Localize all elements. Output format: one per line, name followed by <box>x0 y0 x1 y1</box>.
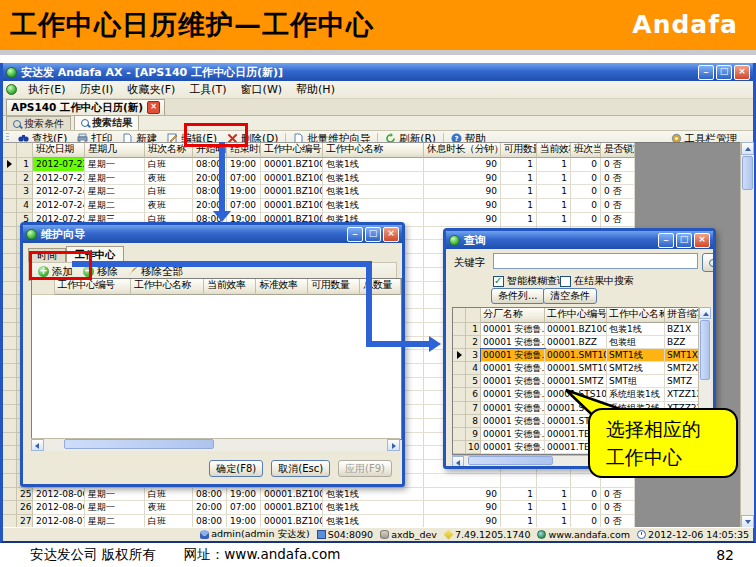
query-maximize-button[interactable] <box>676 233 692 248</box>
cancel-button[interactable]: 取消(Esc) <box>271 460 330 477</box>
query-row[interactable]: 300001 安德鲁...00001.SMT1001SMT1线SMT1X <box>453 349 699 362</box>
row-selected-icon <box>7 160 12 168</box>
maximize-button[interactable] <box>716 65 732 80</box>
banner-separator <box>0 50 756 55</box>
cell-wc_name: 包装1线 <box>323 501 424 515</box>
grid-header-row: 班次日期星期几班次名称开始时间结束时间工作中心编号工作中心名称休息时长（分钟）可… <box>3 143 635 158</box>
wizard-column-header[interactable]: 工作中心名称 <box>131 279 204 295</box>
condition-columns-button[interactable]: 条件列... <box>491 288 545 304</box>
wizard-column-header[interactable]: 可用数量 <box>308 279 360 295</box>
query-row[interactable]: 100001 安德鲁...00001.BZ1001包装1线BZ1X <box>453 323 699 336</box>
row-number-cell: 3 <box>466 349 481 362</box>
checkbox-checked-icon[interactable] <box>493 276 504 287</box>
cell-pinyin: SMT1X <box>665 349 699 362</box>
menu-item-0[interactable]: 执行(E) <box>21 81 73 98</box>
menu-item-4[interactable]: 窗口(W) <box>234 81 289 98</box>
search-button[interactable]: 搜索 <box>702 253 716 272</box>
scroll-right-icon[interactable] <box>387 439 400 451</box>
query-column-header[interactable]: 拼音缩写 <box>665 308 699 323</box>
menu-item-2[interactable]: 收藏夹(F) <box>120 81 182 98</box>
callout-line2: 工作中心 <box>606 443 736 471</box>
table-row[interactable]: 42012-07-24星期二夜班20:0007:0000001.BZ1001包装… <box>3 199 635 213</box>
query-row[interactable]: 200001 安德鲁...00001.BZZ包装组BZZ <box>453 336 699 349</box>
keyword-input[interactable] <box>493 253 698 269</box>
scroll-left-icon[interactable] <box>31 439 44 451</box>
scroll-left-icon[interactable] <box>452 456 464 467</box>
column-header[interactable]: 工作中心编号 <box>261 143 323 158</box>
row-number-cell: 3 <box>17 185 33 199</box>
menu-bar: 执行(E)历史(I)收藏夹(F)工具(T)窗口(W)帮助(H) <box>3 81 753 99</box>
table-row[interactable]: 32012-07-24星期二白班08:0019:0000001.BZ1001包装… <box>3 185 635 199</box>
query-column-header[interactable]: 工作中心编号 <box>545 308 607 323</box>
scrollbar-thumb[interactable] <box>468 456 553 465</box>
window-titlebar[interactable]: 安达发 Andafa AX - [APS140 工作中心日历(新)] <box>3 63 753 81</box>
column-header[interactable]: 可用数量 <box>501 143 537 158</box>
wizard-horizontal-scrollbar[interactable] <box>31 438 400 451</box>
wizard-button-row: 确定(F8) 取消(Esc) 应用(F9) <box>209 460 392 477</box>
cell-eff: 1 <box>537 185 571 199</box>
tab-aps140[interactable]: APS140 工作中心日历(新) <box>6 99 165 115</box>
minimize-button[interactable] <box>698 65 714 80</box>
callout: 选择相应的 工作中心 <box>588 408 738 478</box>
scrollbar-thumb[interactable] <box>742 156 753 190</box>
table-row[interactable]: 12012-07-23星期一白班08:0019:0000001.BZ1001包装… <box>3 158 635 172</box>
menu-item-3[interactable]: 工具(T) <box>182 81 233 98</box>
wizard-column-header[interactable]: 工作中心编号 <box>55 279 132 295</box>
wizard-column-header[interactable]: 当前效率 <box>204 279 256 295</box>
menu-item-5[interactable]: 帮助(H) <box>289 81 342 98</box>
query-titlebar[interactable]: 查询 <box>446 231 713 249</box>
row-marker-cell <box>453 388 466 401</box>
column-header[interactable]: 班次当前 <box>571 143 601 158</box>
column-header[interactable]: 休息时长（分钟） <box>424 143 501 158</box>
checkbox-unchecked-icon[interactable] <box>560 276 571 287</box>
row-selected-icon <box>457 351 462 359</box>
query-minimize-button[interactable] <box>658 233 674 248</box>
column-header[interactable]: 是否锁定 <box>601 143 635 158</box>
column-header[interactable]: 星期几 <box>85 143 145 158</box>
row-marker-cell <box>3 378 17 392</box>
wizard-titlebar[interactable]: 维护向导 <box>23 225 402 243</box>
row-marker-cell <box>453 336 466 349</box>
row-number-header <box>17 143 33 158</box>
broom-icon <box>128 267 138 277</box>
close-button[interactable] <box>734 65 750 80</box>
query-row[interactable]: 400001 安德鲁...00001.SMT1002SMT2线SMT2X <box>453 362 699 375</box>
tab-search-results[interactable]: 搜索结果 <box>74 115 139 130</box>
wizard-minimize-button[interactable] <box>347 227 363 242</box>
wizard-icon <box>26 229 37 240</box>
wizard-column-header[interactable]: 标准效率 <box>256 279 308 295</box>
column-header[interactable]: 班次日期 <box>33 143 85 158</box>
table-row[interactable]: 22012-07-23星期一夜班20:0007:0000001.BZ1001包装… <box>3 172 635 186</box>
menu-app-icon <box>6 84 17 95</box>
column-header[interactable]: 工作中心名称 <box>323 143 424 158</box>
table-row[interactable]: 262012-08-06星期一夜班20:0007:0000001.BZ1001包… <box>3 501 635 515</box>
grid-vertical-scrollbar[interactable] <box>740 142 754 528</box>
query-close-button[interactable] <box>694 233 710 248</box>
cell-qty: 1 <box>501 213 537 227</box>
tab-close-icon[interactable] <box>147 101 160 114</box>
query-column-header[interactable]: 工作中心名称 <box>607 308 665 323</box>
wizard-maximize-button[interactable] <box>365 227 381 242</box>
slide-banner: 工作中心日历维护—工作中心 Andafa <box>0 0 756 50</box>
wizard-close-button[interactable] <box>383 227 399 242</box>
scrollbar-thumb[interactable] <box>64 439 214 449</box>
cell-locked: 0 否 <box>601 488 635 502</box>
menu-item-1[interactable]: 历史(I) <box>73 81 121 98</box>
table-row[interactable]: 252012-08-06星期一白班08:0019:0000001.BZ1001包… <box>3 488 635 502</box>
cell-factory: 00001 安德鲁... <box>481 349 545 362</box>
row-marker-cell <box>3 282 17 296</box>
scroll-up-icon[interactable] <box>741 142 754 155</box>
query-column-header[interactable]: 分厂名称 <box>481 308 545 323</box>
column-header[interactable]: 当前效率 <box>537 143 571 158</box>
tab-search-conditions[interactable]: 搜索条件 <box>6 116 71 130</box>
scrollbar-thumb[interactable] <box>700 320 710 380</box>
ok-button[interactable]: 确定(F8) <box>209 460 263 477</box>
scroll-up-icon[interactable] <box>699 307 711 319</box>
footer-copyright: 安达发公司 版权所有 <box>30 546 156 564</box>
in-results-checkbox[interactable]: 在结果中搜索 <box>560 274 634 288</box>
clear-conditions-button[interactable]: 清空条件 <box>543 288 597 304</box>
row-marker-cell <box>3 419 17 433</box>
row-marker-cell <box>453 362 466 375</box>
row-marker-cell <box>3 254 17 268</box>
fuzzy-checkbox[interactable]: 智能模糊查询 <box>493 274 567 288</box>
